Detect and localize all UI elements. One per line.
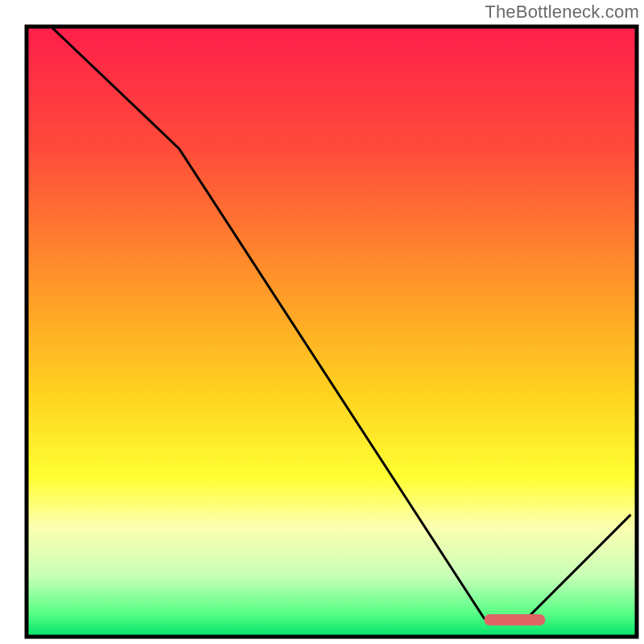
chart-stage: TheBottleneck.com xyxy=(0,0,644,644)
bottleneck-chart xyxy=(0,0,644,644)
gradient-background xyxy=(27,27,637,637)
optimal-zone-marker xyxy=(485,614,546,625)
